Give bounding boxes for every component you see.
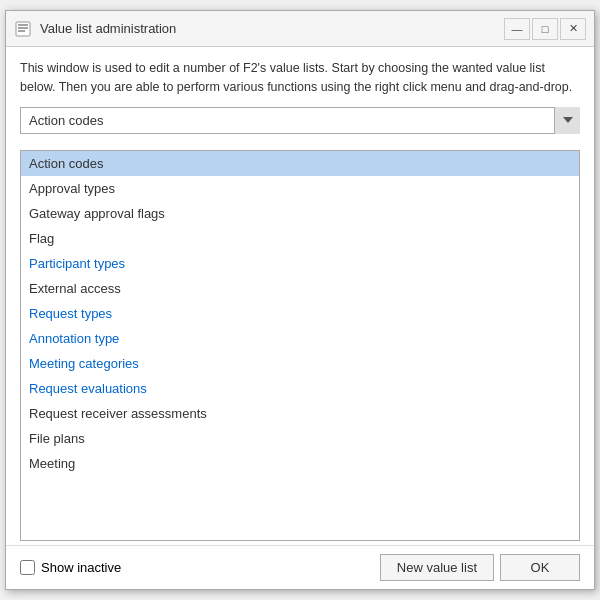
value-list-container: Action codesApproval typesGateway approv… — [20, 150, 580, 542]
content-area: This window is used to edit a number of … — [6, 47, 594, 150]
list-item[interactable]: Approval types — [21, 176, 579, 201]
list-item[interactable]: Meeting categories — [21, 351, 579, 376]
window-controls: — □ ✕ — [504, 18, 586, 40]
list-item[interactable]: Meeting — [21, 451, 579, 476]
list-item[interactable]: Request types — [21, 301, 579, 326]
show-inactive-label[interactable]: Show inactive — [41, 560, 121, 575]
main-window: Value list administration — □ ✕ This win… — [5, 10, 595, 590]
value-list-dropdown[interactable]: Action codes — [20, 107, 580, 134]
new-value-list-button[interactable]: New value list — [380, 554, 494, 581]
close-button[interactable]: ✕ — [560, 18, 586, 40]
description-text: This window is used to edit a number of … — [20, 59, 580, 97]
list-item[interactable]: Request evaluations — [21, 376, 579, 401]
footer: Show inactive New value list OK — [6, 545, 594, 589]
window-icon — [14, 20, 32, 38]
dropdown-container: Action codes — [20, 107, 580, 134]
svg-rect-0 — [16, 22, 30, 36]
minimize-button[interactable]: — — [504, 18, 530, 40]
title-bar: Value list administration — □ ✕ — [6, 11, 594, 47]
list-item[interactable]: File plans — [21, 426, 579, 451]
list-item[interactable]: Annotation type — [21, 326, 579, 351]
maximize-button[interactable]: □ — [532, 18, 558, 40]
footer-buttons: New value list OK — [380, 554, 580, 581]
show-inactive-container: Show inactive — [20, 560, 121, 575]
list-item[interactable]: Request receiver assessments — [21, 401, 579, 426]
list-scroll-area[interactable]: Action codesApproval typesGateway approv… — [21, 151, 579, 541]
window-title: Value list administration — [40, 21, 504, 36]
show-inactive-checkbox[interactable] — [20, 560, 35, 575]
list-item[interactable]: Gateway approval flags — [21, 201, 579, 226]
list-item[interactable]: Participant types — [21, 251, 579, 276]
list-item[interactable]: Action codes — [21, 151, 579, 176]
list-item[interactable]: Flag — [21, 226, 579, 251]
ok-button[interactable]: OK — [500, 554, 580, 581]
list-item[interactable]: External access — [21, 276, 579, 301]
